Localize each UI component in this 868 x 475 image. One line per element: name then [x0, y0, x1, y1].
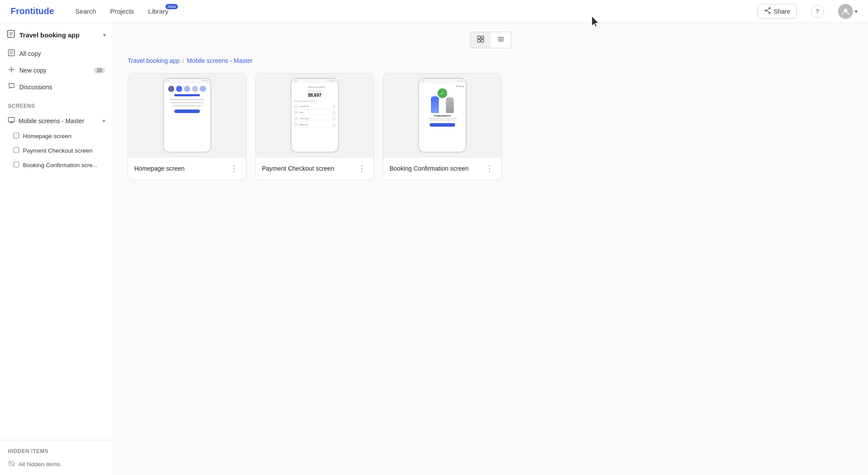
nav-library-wrap: Library New: [148, 7, 169, 15]
sidebar-screen-items: Homepage screen Payment Checkout screen …: [4, 129, 110, 172]
help-button[interactable]: ?: [811, 5, 824, 18]
share-icon: [764, 7, 771, 15]
card-menu-button-booking[interactable]: ⋮: [484, 163, 495, 174]
card-preview-payment: 9:41 ← Payment Options Amount to be paid…: [256, 73, 374, 157]
screen-group-icon: [8, 117, 15, 125]
sidebar-item-new-copy[interactable]: New copy 20: [4, 62, 110, 78]
svg-rect-3: [8, 117, 15, 122]
homepage-screen-icon: [13, 132, 19, 140]
card-label-homepage: Homepage screen: [134, 165, 184, 172]
svg-rect-9: [481, 36, 484, 39]
avatar-chevron-icon: ▾: [855, 8, 857, 15]
sidebar-hidden-section: Hidden items All hidden items: [0, 440, 113, 475]
svg-rect-10: [478, 40, 480, 42]
svg-rect-5: [14, 147, 19, 153]
avatar-wrap[interactable]: ▾: [838, 4, 857, 19]
phone-mockup-booking: 9:41 Booking: [418, 78, 467, 153]
share-label: Share: [774, 8, 790, 15]
payment-screen-icon: [13, 147, 19, 154]
booking-screen-icon: [13, 161, 19, 169]
sidebar-project-title: Travel booking app: [19, 31, 99, 39]
library-badge: New: [166, 4, 178, 9]
card-footer-booking: Booking Confirmation screen ⋮: [383, 157, 501, 179]
card-payment-screen[interactable]: 9:41 ← Payment Options Amount to be paid…: [255, 73, 374, 180]
card-menu-button-payment[interactable]: ⋮: [356, 163, 368, 174]
share-button[interactable]: Share: [758, 4, 797, 18]
sidebar-item-all-copy-label: All copy: [19, 50, 41, 57]
card-preview-homepage: 9:41: [128, 73, 246, 157]
breadcrumb-project[interactable]: Travel booking app: [128, 57, 180, 64]
sidebar-item-all-copy[interactable]: All copy: [4, 46, 110, 62]
sidebar-screen-item-booking-label: Booking Confirmation scre...: [23, 162, 98, 168]
sidebar-item-discussions[interactable]: Discussions: [4, 79, 110, 95]
sidebar-screen-group-header[interactable]: Mobile screens - Master ▾: [4, 113, 110, 128]
phone-mockup-payment: 9:41 ← Payment Options Amount to be paid…: [291, 78, 339, 153]
sidebar-project-header[interactable]: Travel booking app ▾: [0, 23, 113, 44]
help-icon: ?: [816, 8, 819, 15]
card-homepage-screen[interactable]: 9:41: [128, 73, 246, 180]
sidebar-screen-item-payment[interactable]: Payment Checkout screen: [9, 144, 110, 157]
hidden-section-title: Hidden items: [4, 446, 110, 457]
sidebar: Travel booking app ▾ All copy New copy 2…: [0, 23, 114, 475]
nav-projects[interactable]: Projects: [110, 7, 134, 15]
svg-rect-11: [481, 40, 484, 42]
sidebar-all-hidden-items[interactable]: All hidden items: [4, 457, 110, 471]
cards-grid: 9:41: [128, 73, 854, 180]
sidebar-project-chevron-icon: ▾: [103, 32, 106, 38]
sidebar-screen-group: Mobile screens - Master ▾ Homepage scree…: [0, 112, 113, 174]
avatar[interactable]: [838, 4, 853, 19]
app-logo: Frontitude: [11, 6, 54, 16]
sidebar-screen-item-homepage[interactable]: Homepage screen: [9, 129, 110, 143]
grid-view-icon: [477, 35, 485, 45]
project-icon: [7, 30, 15, 40]
screen-group-chevron-icon: ▾: [103, 118, 105, 124]
top-nav: Frontitude Search Projects Library New S…: [0, 0, 868, 23]
hidden-items-icon: [8, 460, 15, 468]
list-view-button[interactable]: [491, 32, 511, 48]
main-layout: Travel booking app ▾ All copy New copy 2…: [0, 23, 868, 475]
card-menu-button-homepage[interactable]: ⋮: [228, 163, 240, 174]
card-footer-homepage: Homepage screen ⋮: [128, 157, 246, 179]
view-toolbar: [128, 32, 854, 48]
view-toggle: [470, 32, 511, 48]
hidden-items-label: All hidden items: [18, 461, 60, 468]
screen-group-label: Mobile screens - Master: [18, 117, 84, 124]
breadcrumb-separator: /: [183, 57, 184, 64]
grid-view-button[interactable]: [471, 32, 491, 48]
phone-mockup-homepage: 9:41: [163, 78, 211, 153]
card-booking-screen[interactable]: 9:41 Booking: [383, 73, 502, 180]
svg-rect-4: [14, 133, 19, 138]
sidebar-screen-item-payment-label: Payment Checkout screen: [23, 147, 92, 154]
card-preview-booking: 9:41 Booking: [383, 73, 501, 157]
new-copy-badge: 20: [94, 67, 105, 73]
content-area: Travel booking app / Mobile screens - Ma…: [114, 23, 868, 475]
screens-section-title: Screens: [0, 97, 113, 112]
sidebar-item-discussions-label: Discussions: [19, 84, 52, 91]
discussions-icon: [8, 83, 15, 91]
list-view-icon: [497, 35, 505, 45]
all-copy-icon: [8, 49, 15, 58]
sidebar-item-new-copy-label: New copy: [19, 67, 46, 74]
sidebar-nav: All copy New copy 20 Discussions: [0, 44, 113, 97]
nav-search[interactable]: Search: [75, 7, 96, 15]
breadcrumb: Travel booking app / Mobile screens - Ma…: [128, 57, 854, 64]
breadcrumb-current[interactable]: Mobile screens - Master: [187, 57, 252, 64]
nav-library[interactable]: Library: [148, 7, 169, 15]
card-footer-payment: Payment Checkout screen ⋮: [256, 157, 374, 179]
sidebar-screen-item-booking[interactable]: Booking Confirmation scre...: [9, 158, 110, 172]
svg-rect-8: [478, 36, 480, 39]
card-label-payment: Payment Checkout screen: [262, 165, 334, 172]
svg-rect-6: [14, 162, 19, 167]
sidebar-screen-item-homepage-label: Homepage screen: [23, 133, 71, 139]
card-label-booking: Booking Confirmation screen: [390, 165, 469, 172]
new-copy-icon: [8, 66, 15, 75]
